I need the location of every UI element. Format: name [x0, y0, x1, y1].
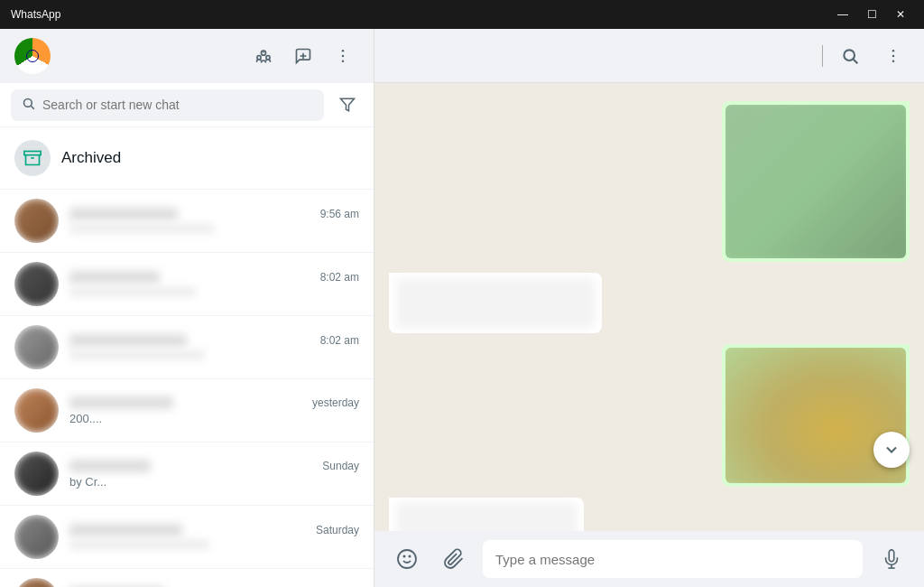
svg-point-14 [844, 50, 855, 61]
filter-button[interactable] [331, 89, 363, 121]
chat-preview [69, 286, 196, 297]
svg-rect-12 [24, 152, 41, 155]
search-icon [22, 97, 35, 113]
svg-point-0 [262, 51, 266, 55]
outgoing-message-2 [722, 344, 910, 487]
community-button[interactable] [247, 40, 280, 72]
chat-time: 9:56 am [320, 208, 359, 220]
search-chat-button[interactable] [834, 40, 866, 72]
user-avatar-area [14, 38, 51, 74]
chat-item[interactable]: Saturday [0, 506, 374, 569]
avatar [14, 262, 59, 306]
close-button[interactable]: ✕ [888, 5, 913, 24]
header-icons [247, 40, 359, 72]
more-options-button[interactable] [327, 40, 359, 72]
chat-time: 8:02 am [320, 334, 359, 347]
input-bar [374, 531, 924, 587]
incoming-message-2 [389, 498, 584, 531]
message-input-wrapper [483, 540, 863, 578]
maximize-button[interactable]: ☐ [859, 5, 884, 24]
avatar [14, 515, 59, 559]
svg-point-18 [892, 60, 895, 62]
archived-row[interactable]: Archived [0, 127, 374, 190]
svg-marker-11 [340, 98, 354, 111]
chat-area [374, 83, 924, 531]
chat-preview: by Cr... [69, 475, 106, 489]
chat-time: 8:02 am [320, 271, 359, 284]
chat-item[interactable]: 13/08/2022 [0, 569, 374, 587]
chat-content: 8:02 am [69, 271, 359, 297]
chat-preview [69, 223, 214, 234]
archive-icon [14, 140, 51, 176]
app-container: Archived 9:56 am [0, 29, 924, 587]
svg-point-16 [892, 49, 895, 51]
left-header [0, 29, 374, 83]
outgoing-message-1 [722, 101, 910, 262]
chat-time: Sunday [322, 460, 359, 472]
user-avatar[interactable] [14, 38, 51, 74]
svg-line-15 [854, 59, 858, 63]
mic-button[interactable] [873, 541, 910, 577]
chat-preview [69, 349, 205, 360]
left-panel: Archived 9:56 am [0, 29, 374, 587]
chat-preview [69, 539, 209, 550]
avatar [14, 388, 59, 433]
window-controls: — ☐ ✕ [830, 5, 913, 24]
message-input[interactable] [495, 552, 850, 567]
incoming-message-1 [389, 273, 602, 333]
chat-item[interactable]: Sunday by Cr... [0, 443, 374, 506]
avatar [14, 199, 59, 243]
chat-item[interactable]: yesterday 200.... [0, 379, 374, 443]
chat-list: 9:56 am 8:02 am [0, 190, 374, 587]
title-bar: WhatsApp — ☐ ✕ [0, 0, 924, 29]
avatar [14, 452, 59, 496]
chat-content: 9:56 am [69, 208, 359, 234]
svg-point-7 [342, 55, 345, 58]
search-input[interactable] [42, 98, 313, 112]
chat-name [69, 208, 178, 220]
svg-point-9 [24, 99, 32, 107]
emoji-button[interactable] [389, 541, 425, 577]
search-bar [0, 83, 374, 127]
attach-button[interactable] [436, 541, 472, 577]
chat-item[interactable]: 9:56 am [0, 190, 374, 253]
chat-name [69, 334, 187, 347]
chat-content: Saturday [69, 524, 359, 550]
search-input-wrapper [11, 89, 324, 121]
svg-line-10 [31, 106, 33, 108]
avatar [14, 325, 59, 369]
chat-item[interactable]: 8:02 am [0, 253, 374, 316]
chat-name [69, 460, 151, 472]
avatar [14, 578, 59, 587]
new-chat-button[interactable] [287, 40, 319, 72]
chat-content: yesterday 200.... [69, 396, 359, 425]
chat-name [69, 271, 160, 284]
scroll-to-bottom-button[interactable] [873, 432, 910, 468]
svg-point-6 [342, 50, 345, 52]
minimize-button[interactable]: — [830, 5, 855, 24]
svg-point-3 [263, 51, 264, 53]
chat-name [69, 524, 182, 536]
title-bar-left: WhatsApp [11, 8, 60, 21]
svg-point-19 [398, 550, 416, 568]
chat-item[interactable]: 8:02 am [0, 316, 374, 379]
chat-content: 8:02 am [69, 334, 359, 360]
chat-preview: 200.... [69, 412, 102, 425]
svg-point-17 [892, 54, 895, 57]
right-panel [374, 29, 924, 587]
app-title: WhatsApp [11, 8, 60, 21]
chat-time: Saturday [316, 524, 359, 536]
chat-time: yesterday [312, 396, 359, 409]
chat-name [69, 396, 173, 409]
header-divider [822, 45, 823, 67]
chat-content: Sunday by Cr... [69, 460, 359, 489]
right-header [374, 29, 924, 83]
chat-more-options-button[interactable] [877, 40, 910, 72]
svg-point-8 [342, 61, 345, 63]
archived-label: Archived [61, 149, 121, 167]
